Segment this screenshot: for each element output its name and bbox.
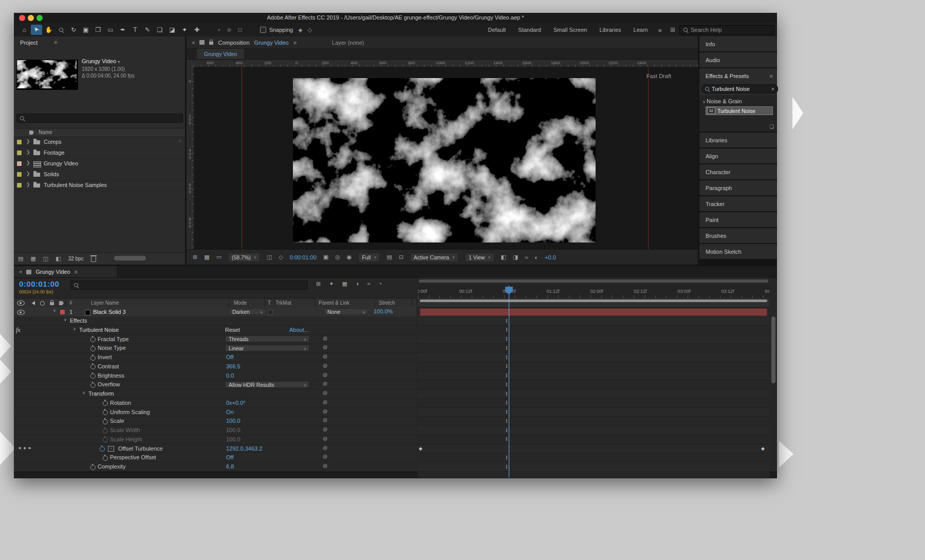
current-time-display[interactable]: 0:00:01:00 (290, 254, 317, 260)
pickwhip-icon[interactable]: @ (323, 445, 327, 451)
timeline-row-transform[interactable]: ∨Transform@ (14, 389, 416, 399)
twirl-icon[interactable]: ∨ (82, 390, 85, 395)
workspace-small-screen[interactable]: Small Screen (553, 27, 587, 33)
timeline-row-uniform-scaling[interactable]: Uniform ScalingOn@ (14, 408, 416, 417)
workspace-libraries[interactable]: Libraries (599, 27, 621, 33)
exposure-graph-icon[interactable]: ≈ (525, 254, 528, 260)
timeline-panel-menu-icon[interactable]: ≡ (75, 269, 78, 275)
project-panel-menu-icon[interactable]: ≡ (54, 39, 57, 45)
timeline-row-brightness[interactable]: Brightness0.0@ (14, 371, 416, 381)
view-layout-dropdown[interactable]: 1 View (465, 253, 494, 262)
choose-grid-icon[interactable]: ◫ (267, 254, 272, 260)
layer-label-color[interactable] (60, 310, 65, 314)
live-update-icon[interactable]: ✦ (329, 281, 334, 287)
time-navigator-bar[interactable] (419, 279, 768, 283)
mini-flowchart-icon[interactable]: ⊞ (193, 254, 197, 260)
label-color[interactable] (17, 151, 22, 155)
stretch-value[interactable]: 100.0% (374, 308, 393, 314)
tool-clone-stamp[interactable]: ❏ (154, 25, 165, 35)
pickwhip-icon[interactable]: @ (323, 418, 327, 423)
tool-selection[interactable]: ➤ (31, 25, 42, 35)
graph-icon[interactable]: ≈ (108, 446, 114, 452)
timeline-row-scale[interactable]: Scale100.0@ (14, 417, 416, 426)
tool-puppet-pin[interactable]: ✚ (191, 25, 202, 35)
pickwhip-icon[interactable]: @ (323, 427, 327, 432)
close-tab-icon[interactable]: × (19, 269, 22, 275)
pixel-aspect-icon[interactable]: ⊡ (399, 254, 403, 260)
new-preset-icon[interactable]: ❏ (769, 124, 774, 129)
pickwhip-icon[interactable]: @ (323, 372, 327, 378)
stopwatch-icon[interactable] (103, 428, 108, 434)
transparency-grid-icon[interactable]: ▩ (204, 254, 209, 260)
panel-tracker[interactable]: Tracker (699, 196, 777, 211)
keyframe-navigator[interactable]: ◀◆▶ (18, 446, 34, 450)
scale-width-value[interactable]: 100.0 (226, 427, 240, 433)
rotation-value[interactable]: 0x+0.0° (226, 400, 246, 406)
scale-height-value[interactable]: 100.0 (226, 436, 240, 442)
timeline-row-overflow[interactable]: OverflowAllow HDR Results@ (14, 380, 416, 389)
timeline-row-perspective-offset[interactable]: Perspective OffsetOff@ (14, 453, 416, 462)
timeline-row-fractal-type[interactable]: Fractal TypeThreads@ (14, 335, 416, 344)
interpret-footage-icon[interactable]: ▤ (18, 255, 23, 262)
stopwatch-icon[interactable] (103, 456, 108, 461)
layer-row-black-solid-3[interactable]: ∨ 1 Black Solid 3 Darken None 100.0% (14, 307, 416, 317)
stopwatch-icon[interactable] (100, 446, 105, 452)
more-workspaces-button[interactable]: » (658, 26, 662, 34)
blend-mode-dropdown[interactable]: Darken (229, 308, 266, 315)
pickwhip-icon[interactable]: @ (323, 463, 327, 469)
motion-blur-icon[interactable]: ◔ (379, 281, 382, 287)
draft-3d-icon[interactable]: ▦ (342, 281, 347, 287)
overflow-dropdown[interactable]: Allow HDR Results (225, 381, 309, 388)
tool-local-axis[interactable]: ⌖ (217, 27, 220, 33)
current-time-field[interactable]: 0:00:01:00 (19, 279, 59, 288)
pickwhip-icon[interactable]: @ (323, 336, 327, 341)
noise-type-dropdown[interactable]: Linear (225, 345, 309, 351)
lock-view-icon[interactable]: ◨ (513, 254, 518, 260)
tool-brush[interactable]: ✎ (142, 25, 153, 35)
timeline-search-input[interactable] (70, 281, 308, 290)
stopwatch-icon[interactable] (90, 337, 96, 342)
pickwhip-icon[interactable]: @ (323, 436, 327, 441)
project-item-comps[interactable]: ❯Comps◦◦ (14, 137, 185, 148)
panel-align[interactable]: Align (699, 148, 777, 163)
tool-pen[interactable]: ✒ (117, 25, 128, 35)
guide-line[interactable] (648, 67, 649, 249)
bit-depth-button[interactable]: 32 bpc (68, 256, 84, 262)
close-tab-icon[interactable]: × (192, 40, 195, 46)
panel-brushes[interactable]: Brushes (699, 228, 777, 243)
stopwatch-icon[interactable] (103, 437, 108, 442)
tool-view-axis[interactable]: ⊡ (237, 27, 242, 33)
channels-icon[interactable]: ◉ (347, 254, 352, 260)
panel-paragraph[interactable]: Paragraph (699, 180, 777, 195)
pickwhip-icon[interactable]: @ (323, 390, 327, 396)
clear-search-icon[interactable]: × (771, 86, 774, 92)
perspective-offset-value[interactable]: Off (226, 454, 233, 460)
label-color[interactable] (17, 140, 22, 144)
hide-shy-layers-icon[interactable]: ◑ (356, 281, 359, 287)
timeline-row-turbulent-noise[interactable]: fx∨Turbulent NoiseResetAbout... (14, 326, 416, 335)
stopwatch-icon[interactable] (90, 346, 96, 351)
time-ruler[interactable]: 0:00f00:12f01:00f01:12f02:00f02:12f03:00… (418, 286, 769, 298)
tab-composition[interactable]: Composition (218, 40, 249, 46)
timeline-row-rotation[interactable]: Rotation0x+0.0°@ (14, 399, 416, 408)
trash-icon[interactable] (91, 257, 96, 262)
stopwatch-icon[interactable] (103, 419, 108, 424)
frame-blending-icon[interactable]: ≈ (367, 281, 371, 287)
stopwatch-icon[interactable] (90, 465, 96, 470)
panel-paint[interactable]: Paint (699, 212, 777, 227)
guide-line[interactable] (242, 67, 242, 249)
project-item-footage[interactable]: ❯Footage (14, 148, 185, 159)
invert-value[interactable]: Off (226, 354, 233, 360)
timeline-row-scale-height[interactable]: Scale Height100.0@ (14, 435, 416, 444)
pickwhip-icon[interactable]: @ (323, 363, 327, 368)
twirl-icon[interactable]: ∨ (73, 327, 76, 331)
new-folder-icon[interactable]: ▦ (30, 255, 35, 262)
snapping-checkbox[interactable] (260, 27, 266, 33)
tool-world-axis[interactable]: ⊕ (227, 27, 231, 33)
workspace-default[interactable]: Default (488, 27, 506, 33)
twirl-icon[interactable]: ❯ (26, 171, 30, 176)
composition-panel-menu-icon[interactable]: ≡ (293, 40, 297, 46)
stopwatch-icon[interactable] (90, 356, 96, 361)
viewer-tab-grungy-video[interactable]: Grungy Video (197, 49, 244, 59)
tool-roto-brush[interactable]: ✦ (179, 25, 190, 35)
